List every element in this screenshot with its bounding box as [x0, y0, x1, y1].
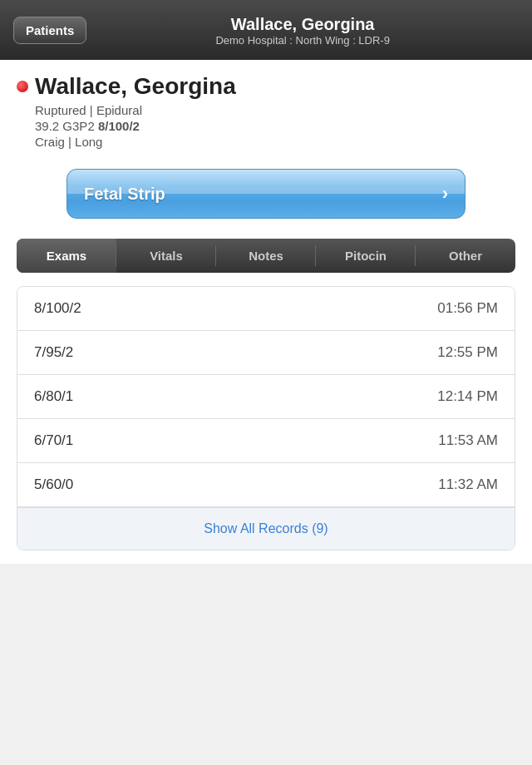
table-row[interactable]: 8/100/2 01:56 PM	[17, 287, 515, 331]
record-time: 11:53 AM	[438, 432, 498, 449]
record-value: 6/80/1	[34, 388, 73, 405]
fetal-strip-label: Fetal Strip	[84, 185, 165, 204]
tab-notes[interactable]: Notes	[216, 239, 316, 273]
fetal-strip-container: Fetal Strip ›	[66, 169, 466, 219]
record-value: 8/100/2	[34, 300, 81, 317]
tab-bar: Exams Vitals Notes Pitocin Other	[17, 239, 515, 273]
show-all-records-link[interactable]: Show All Records (9)	[204, 521, 328, 536]
fetal-strip-button[interactable]: Fetal Strip ›	[66, 169, 466, 219]
table-row[interactable]: 6/70/1 11:53 AM	[17, 419, 515, 463]
tab-exams[interactable]: Exams	[17, 239, 116, 273]
header-center: Wallace, Georgina Demo Hospital : North …	[86, 14, 519, 47]
tab-vitals[interactable]: Vitals	[116, 239, 216, 273]
records-container: 8/100/2 01:56 PM 7/95/2 12:55 PM 6/80/1 …	[17, 286, 515, 550]
patient-providers: Craig | Long	[35, 135, 515, 149]
header-subtitle: Demo Hospital : North Wing : LDR-9	[86, 34, 519, 47]
patient-name: Wallace, Georgina	[35, 73, 236, 100]
fetal-strip-chevron-icon: ›	[442, 183, 448, 205]
patient-name-row: Wallace, Georgina	[17, 73, 515, 100]
patient-stats-plain: 39.2 G3P2	[35, 119, 98, 133]
patient-conditions: Ruptured | Epidural	[35, 103, 515, 117]
record-value: 6/70/1	[34, 432, 73, 449]
record-time: 11:32 AM	[438, 476, 498, 493]
record-time: 01:56 PM	[437, 300, 498, 317]
record-value: 5/60/0	[34, 476, 73, 493]
patient-stats: 39.2 G3P2 8/100/2	[35, 119, 515, 133]
app-header: Patients Wallace, Georgina Demo Hospital…	[0, 0, 532, 60]
record-value: 7/95/2	[34, 344, 73, 361]
status-dot-icon	[17, 81, 28, 92]
show-all-row: Show All Records (9)	[17, 507, 515, 550]
patient-stats-bold: 8/100/2	[98, 119, 140, 133]
main-content: Wallace, Georgina Ruptured | Epidural 39…	[0, 60, 532, 564]
header-title: Wallace, Georgina	[86, 14, 519, 34]
record-time: 12:14 PM	[437, 388, 498, 405]
table-row[interactable]: 5/60/0 11:32 AM	[17, 463, 515, 507]
tab-pitocin[interactable]: Pitocin	[316, 239, 416, 273]
tab-other[interactable]: Other	[416, 239, 515, 273]
record-time: 12:55 PM	[437, 344, 498, 361]
patients-button[interactable]: Patients	[13, 17, 86, 44]
table-row[interactable]: 7/95/2 12:55 PM	[17, 331, 515, 375]
table-row[interactable]: 6/80/1 12:14 PM	[17, 375, 515, 419]
